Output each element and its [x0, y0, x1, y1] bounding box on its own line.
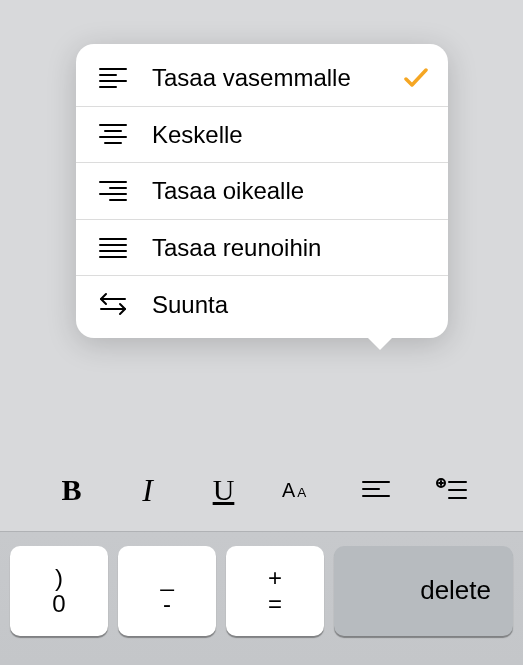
align-justify-icon — [94, 236, 132, 260]
popover-item-label: Keskelle — [132, 121, 430, 149]
alignment-button[interactable] — [358, 472, 394, 508]
delete-key[interactable]: delete — [334, 546, 513, 636]
key-bottom: 0 — [52, 591, 65, 616]
key-top: _ — [160, 565, 173, 590]
popover-item-label: Tasaa reunoihin — [132, 234, 430, 262]
direction-option[interactable]: Suunta — [76, 276, 448, 332]
keyboard-row: ) 0 _ - + = delete — [0, 531, 523, 665]
direction-icon — [94, 292, 132, 316]
checkmark-icon — [402, 68, 430, 88]
alignment-popover: Tasaa vasemmalle Keskelle Tasaa oikealle… — [76, 44, 448, 338]
align-icon — [361, 479, 391, 501]
align-left-option[interactable]: Tasaa vasemmalle — [76, 50, 448, 107]
textsize-icon: A A — [282, 476, 318, 504]
popover-item-label: Tasaa oikealle — [132, 177, 430, 205]
popover-item-label: Suunta — [132, 291, 430, 319]
italic-button[interactable]: I — [130, 472, 166, 508]
key-top: ) — [55, 565, 63, 590]
popover-item-label: Tasaa vasemmalle — [132, 64, 402, 92]
key-top: + — [268, 565, 282, 590]
key-bottom: - — [163, 591, 171, 616]
align-justify-option[interactable]: Tasaa reunoihin — [76, 220, 448, 277]
delete-label: delete — [420, 575, 491, 606]
key-0[interactable]: ) 0 — [10, 546, 108, 636]
svg-text:A: A — [297, 485, 306, 500]
key-bottom: = — [268, 591, 282, 616]
bold-button[interactable]: B — [54, 472, 90, 508]
svg-text:A: A — [282, 479, 296, 501]
key-minus[interactable]: _ - — [118, 546, 216, 636]
add-list-button[interactable] — [434, 472, 470, 508]
key-equals[interactable]: + = — [226, 546, 324, 636]
underline-label: U — [213, 473, 235, 507]
align-center-icon — [94, 122, 132, 146]
align-right-icon — [94, 179, 132, 203]
underline-button[interactable]: U — [206, 472, 242, 508]
align-right-option[interactable]: Tasaa oikealle — [76, 163, 448, 220]
textsize-button[interactable]: A A — [282, 472, 318, 508]
align-center-option[interactable]: Keskelle — [76, 107, 448, 164]
align-left-icon — [94, 66, 132, 90]
format-toolbar: B I U A A — [0, 460, 523, 520]
add-list-icon — [436, 478, 468, 502]
